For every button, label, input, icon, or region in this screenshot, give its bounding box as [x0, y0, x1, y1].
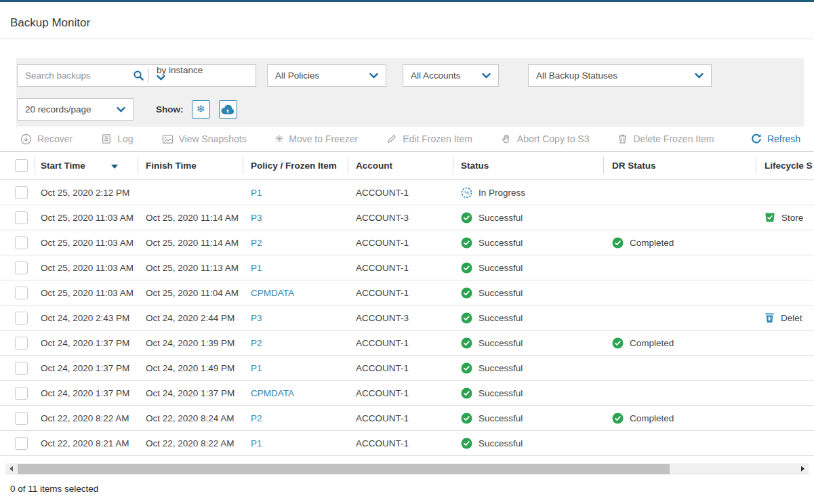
policy-link[interactable]: P1 — [251, 188, 262, 198]
table-row[interactable]: Oct 22, 2020 8:21 AMOct 22, 2020 8:22 AM… — [0, 431, 814, 456]
policies-select[interactable]: All Policies — [267, 64, 386, 87]
table-row[interactable]: Oct 25, 2020 11:03 AMOct 25, 2020 11:14 … — [0, 230, 814, 255]
row-checkbox[interactable] — [15, 186, 28, 199]
scroll-left-arrow-icon[interactable] — [9, 466, 13, 471]
policy-link[interactable]: P3 — [251, 213, 262, 223]
chevron-down-icon — [369, 73, 378, 79]
start-time-cell: Oct 25, 2020 11:03 AM — [35, 280, 138, 306]
column-header-account[interactable]: Account — [348, 152, 453, 180]
scroll-right-arrow-icon[interactable] — [801, 466, 805, 471]
search-icon[interactable] — [133, 70, 144, 81]
lifecycle-status-cell — [756, 230, 814, 255]
status-label: Successful — [479, 338, 523, 348]
column-header-dr-status[interactable]: DR Status — [603, 152, 756, 180]
row-select-cell — [0, 331, 35, 356]
backup-table-body: Oct 25, 2020 2:12 PMP1ACCOUNT-1%In Progr… — [0, 180, 814, 456]
start-time-cell: Oct 22, 2020 8:21 AM — [35, 431, 138, 456]
row-select-cell — [0, 205, 35, 230]
column-header-lifecycle-status[interactable]: Lifecycle S — [756, 152, 814, 180]
row-checkbox[interactable] — [15, 412, 28, 425]
policy-link[interactable]: P1 — [251, 263, 262, 273]
table-row[interactable]: Oct 25, 2020 11:03 AMOct 25, 2020 11:14 … — [0, 205, 814, 230]
column-header-policy[interactable]: Policy / Frozen Item — [243, 152, 348, 180]
recover-button[interactable]: Recover — [20, 133, 73, 145]
row-checkbox[interactable] — [15, 312, 28, 324]
finish-time-cell: Oct 24, 2020 2:44 PM — [138, 306, 243, 331]
table-row[interactable]: Oct 24, 2020 2:43 PMOct 24, 2020 2:44 PM… — [0, 306, 814, 331]
show-frozen-toggle[interactable]: ❄ — [192, 100, 210, 119]
finish-time-cell: Oct 25, 2020 11:13 AM — [138, 255, 243, 280]
column-header-finish-time[interactable]: Finish Time — [138, 152, 243, 180]
start-time-cell: Oct 25, 2020 11:03 AM — [35, 230, 138, 255]
success-check-icon — [461, 287, 472, 299]
row-checkbox[interactable] — [15, 261, 28, 274]
row-select-cell — [0, 356, 35, 381]
status-cell: Successful — [453, 280, 603, 306]
policy-link[interactable]: P3 — [251, 313, 262, 323]
svg-text:%: % — [464, 190, 469, 196]
row-checkbox[interactable] — [15, 362, 28, 375]
dr-status-cell — [603, 205, 756, 230]
status-label: In Progress — [479, 188, 525, 198]
row-checkbox[interactable] — [15, 437, 28, 450]
policy-link[interactable]: P2 — [251, 413, 262, 423]
show-s3-toggle[interactable] — [219, 100, 237, 119]
accounts-select[interactable]: All Accounts — [403, 64, 499, 87]
table-row[interactable]: Oct 24, 2020 1:37 PMOct 24, 2020 1:49 PM… — [0, 356, 814, 381]
recover-icon — [20, 133, 32, 145]
policy-link[interactable]: P2 — [251, 338, 262, 348]
status-cell: Successful — [453, 230, 603, 255]
select-all-checkbox[interactable] — [15, 159, 28, 172]
policy-link[interactable]: CPMDATA — [251, 288, 294, 298]
success-check-icon — [461, 237, 472, 249]
finish-time-cell: Oct 24, 2020 1:37 PM — [138, 381, 243, 406]
horizontal-scrollbar[interactable] — [5, 463, 809, 475]
start-time-cell: Oct 24, 2020 1:37 PM — [35, 356, 138, 381]
policy-link[interactable]: P1 — [251, 438, 262, 448]
records-per-page-select[interactable]: 20 records/page — [17, 98, 134, 121]
policy-link[interactable]: CPMDATA — [251, 388, 294, 398]
backup-statuses-select[interactable]: All Backup Statuses — [528, 64, 712, 87]
policy-link[interactable]: P1 — [251, 363, 262, 373]
table-row[interactable]: Oct 24, 2020 1:37 PMOct 24, 2020 1:39 PM… — [0, 331, 814, 356]
account-cell: ACCOUNT-1 — [348, 180, 453, 205]
table-row[interactable]: Oct 25, 2020 2:12 PMP1ACCOUNT-1%In Progr… — [0, 180, 814, 205]
column-header-status[interactable]: Status — [453, 152, 603, 180]
row-checkbox[interactable] — [15, 387, 28, 400]
show-label: Show: — [156, 104, 184, 114]
finish-time-cell: Oct 25, 2020 11:14 AM — [138, 230, 243, 255]
view-snapshots-button[interactable]: View Snapshots — [162, 133, 247, 144]
status-cell: Successful — [453, 205, 603, 230]
row-checkbox[interactable] — [15, 337, 28, 350]
delete-trash-icon — [617, 133, 628, 144]
policy-link[interactable]: P2 — [251, 238, 262, 248]
edit-frozen-item-button[interactable]: Edit Frozen Item — [386, 133, 472, 144]
delete-frozen-item-button[interactable]: Delete Frozen Item — [617, 133, 714, 144]
scrollbar-thumb[interactable] — [18, 464, 670, 474]
log-button[interactable]: Log — [101, 133, 133, 144]
move-to-freezer-button[interactable]: ✳ Move to Freezer — [275, 133, 359, 145]
row-select-cell — [0, 306, 35, 331]
policies-value: All Policies — [275, 70, 319, 81]
abort-copy-to-s3-button[interactable]: Abort Copy to S3 — [501, 133, 590, 144]
records-per-page-value: 20 records/page — [25, 104, 91, 114]
policy-cell: P1 — [243, 356, 348, 381]
table-row[interactable]: Oct 25, 2020 11:03 AMOct 25, 2020 11:13 … — [0, 255, 814, 280]
row-checkbox[interactable] — [15, 211, 28, 224]
column-header-start-time[interactable]: Start Time — [35, 152, 138, 180]
snowflake-icon: ❄ — [197, 104, 205, 114]
table-row[interactable]: Oct 24, 2020 1:37 PMOct 24, 2020 1:37 PM… — [0, 381, 814, 406]
search-input[interactable] — [18, 65, 133, 86]
search-by-select[interactable]: by instance — [149, 65, 256, 86]
table-row[interactable]: Oct 22, 2020 8:22 AMOct 22, 2020 8:24 AM… — [0, 406, 814, 431]
lifecycle-status-cell: Store — [756, 205, 814, 230]
abort-hand-icon — [501, 133, 512, 144]
refresh-button[interactable]: Refresh — [751, 133, 800, 144]
refresh-icon — [751, 133, 762, 144]
table-row[interactable]: Oct 25, 2020 11:03 AMOct 25, 2020 11:04 … — [0, 280, 814, 306]
row-checkbox[interactable] — [15, 287, 28, 299]
account-cell: ACCOUNT-1 — [348, 280, 453, 306]
row-checkbox[interactable] — [15, 236, 28, 249]
status-label: Successful — [479, 413, 523, 423]
row-select-cell — [0, 280, 35, 306]
